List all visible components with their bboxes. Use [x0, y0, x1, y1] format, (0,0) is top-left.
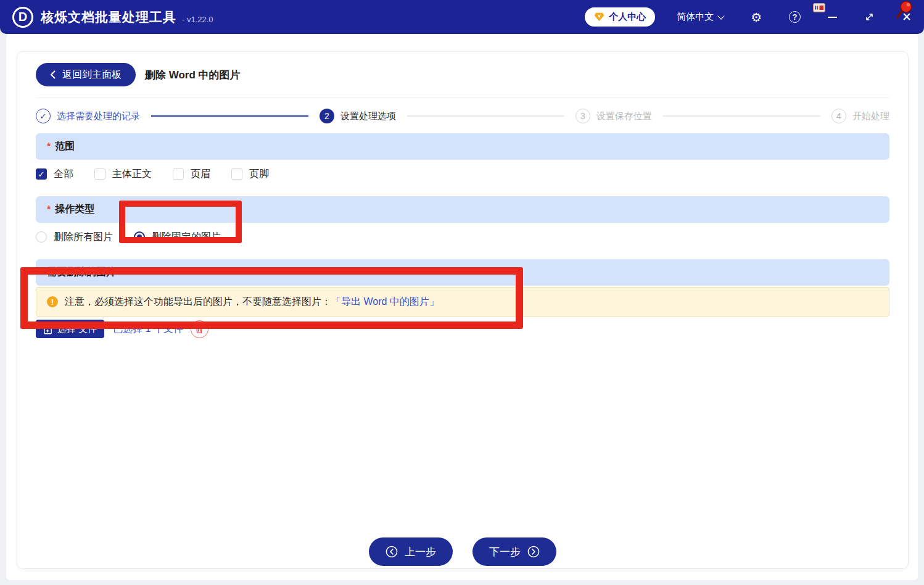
minimize-button[interactable] [828, 17, 837, 18]
vip-gem-icon [594, 12, 604, 22]
resize-diagonal-icon [864, 12, 875, 22]
step-connector [407, 115, 564, 117]
section-scope-header: * 范围 [36, 133, 889, 160]
checkbox-all[interactable]: ✓ 全部 [36, 168, 73, 181]
clear-files-button[interactable] [191, 320, 208, 338]
step-1-label: 选择需要处理的记录 [57, 110, 140, 122]
notice-banner: ! 注意，必须选择这个功能导出后的图片，不要随意选择图片： 「导出 Word 中… [36, 287, 889, 317]
radio-delete-all-label: 删除所有图片 [54, 231, 113, 244]
notice-text: 注意，必须选择这个功能导出后的图片，不要随意选择图片： [65, 296, 331, 309]
next-step-label: 下一步 [489, 545, 521, 559]
section-operation-header: * 操作类型 [36, 196, 889, 223]
export-word-images-link[interactable]: 「导出 Word 中的图片」 [331, 296, 439, 309]
user-center-button[interactable]: 个人中心 [585, 7, 655, 27]
app-version: - v1.22.0 [182, 15, 213, 24]
maximize-button[interactable] [864, 12, 875, 22]
checkbox-body-text-label: 主体正文 [112, 168, 152, 181]
language-selector[interactable]: 简体中文 [677, 11, 724, 23]
help-button[interactable]: ? [789, 11, 801, 23]
required-asterisk: * [47, 141, 51, 152]
step-connector [663, 115, 820, 117]
section-scope-title: 范围 [55, 140, 75, 153]
checkbox-unchecked-icon[interactable] [173, 168, 184, 180]
choose-file-label: 选择 文件 [57, 323, 97, 335]
checkbox-unchecked-icon[interactable] [231, 168, 242, 180]
settings-button[interactable]: ⚙ [751, 11, 762, 23]
gear-icon: ⚙ [751, 11, 762, 23]
app-title: 核烁文档批量处理工具 [41, 9, 176, 26]
close-button[interactable]: ✕ [902, 11, 912, 23]
section-operation-title: 操作类型 [55, 203, 94, 216]
content-surface: 返回到主面板 删除 Word 中的图片 ✓ 选择需要处理的记录 2 设置处理选项… [6, 34, 918, 580]
warning-icon: ! [47, 296, 58, 307]
radio-selected-icon[interactable] [134, 231, 145, 243]
selected-file-count: 已选择 1 个文件 [113, 323, 183, 336]
checkbox-checked-icon[interactable]: ✓ [36, 168, 47, 180]
previous-step-button[interactable]: 上一步 [369, 537, 453, 566]
app-logo: D [12, 7, 33, 28]
page-title: 删除 Word 中的图片 [145, 68, 241, 82]
step-indicator: ✓ 选择需要处理的记录 2 设置处理选项 3 设置保存位置 4 开始处理 [36, 107, 889, 125]
step-2-label: 设置处理选项 [340, 110, 396, 122]
overlay-window-icon [813, 3, 825, 15]
step-4-number: 4 [831, 109, 846, 123]
checkbox-header-label: 页眉 [191, 168, 210, 181]
step-4-start-processing: 4 开始处理 [831, 109, 889, 123]
checkbox-header[interactable]: 页眉 [173, 168, 210, 181]
step-4-label: 开始处理 [852, 110, 889, 122]
required-asterisk: * [47, 204, 51, 215]
choose-file-button[interactable]: 选择 文件 [36, 320, 104, 338]
next-step-button[interactable]: 下一步 [472, 537, 556, 566]
step-2-set-options: 2 设置处理选项 [320, 109, 396, 123]
trash-icon [195, 325, 204, 334]
titlebar-actions: 个人中心 简体中文 ⚙ ? ✕ [585, 7, 912, 27]
help-icon: ? [789, 11, 801, 23]
step-2-number: 2 [320, 109, 334, 123]
wizard-card: 返回到主面板 删除 Word 中的图片 ✓ 选择需要处理的记录 2 设置处理选项… [17, 51, 909, 569]
step-1-check-icon: ✓ [36, 109, 51, 123]
scope-options-row: ✓ 全部 主体正文 页眉 页脚 [36, 160, 889, 188]
radio-delete-fixed-images[interactable]: 删除固定的图片 [134, 231, 221, 244]
wizard-footer: 上一步 下一步 [17, 537, 908, 566]
checkbox-footer-label: 页脚 [249, 168, 269, 181]
operation-options-row: 删除所有图片 删除固定的图片 [36, 223, 889, 251]
document-plus-icon [43, 324, 52, 334]
step-1-select-records: ✓ 选择需要处理的记录 [36, 109, 140, 123]
minimize-icon [828, 17, 837, 18]
step-3-number: 3 [575, 109, 590, 123]
back-to-dashboard-button[interactable]: 返回到主面板 [36, 63, 136, 86]
section-delete-images-title: 需要删除的图片 [47, 266, 116, 279]
file-select-row: 选择 文件 已选择 1 个文件 [36, 319, 889, 339]
step-connector [151, 115, 308, 117]
checkbox-unchecked-icon[interactable] [94, 168, 105, 180]
language-label: 简体中文 [677, 11, 714, 23]
step-3-save-location: 3 设置保存位置 [575, 109, 652, 123]
step-3-label: 设置保存位置 [596, 110, 652, 122]
checkbox-all-label: 全部 [54, 168, 73, 181]
radio-unselected-icon[interactable] [36, 231, 47, 243]
back-button-label: 返回到主面板 [62, 68, 122, 81]
radio-delete-fixed-label: 删除固定的图片 [152, 231, 221, 244]
circle-chevron-left-icon [386, 546, 398, 558]
checkbox-body-text[interactable]: 主体正文 [94, 168, 152, 181]
close-icon: ✕ [902, 11, 912, 23]
previous-step-label: 上一步 [405, 545, 436, 559]
circle-chevron-right-icon [527, 546, 540, 558]
user-center-label: 个人中心 [609, 11, 646, 23]
chevron-down-icon [717, 12, 724, 19]
card-header: 返回到主面板 删除 Word 中的图片 [36, 52, 889, 98]
section-delete-images-header: 需要删除的图片 [36, 259, 889, 286]
radio-delete-all-images[interactable]: 删除所有图片 [36, 231, 113, 244]
checkbox-footer[interactable]: 页脚 [231, 168, 269, 181]
title-bar: D 核烁文档批量处理工具 - v1.22.0 个人中心 简体中文 ⚙ ? [0, 0, 924, 34]
chevron-left-icon [50, 70, 56, 79]
